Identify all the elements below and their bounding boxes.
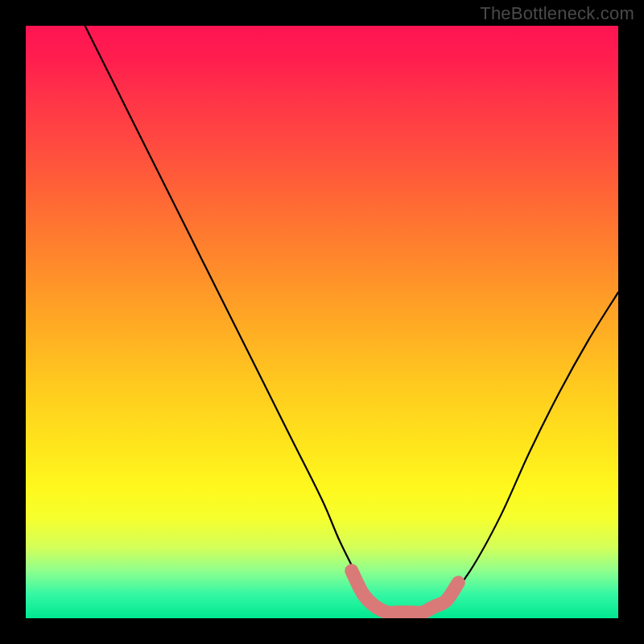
curve-layer xyxy=(26,26,618,618)
watermark-text: TheBottleneck.com xyxy=(480,3,634,24)
chart-frame: TheBottleneck.com xyxy=(0,0,644,644)
plot-area xyxy=(26,26,618,618)
bottleneck-curve xyxy=(85,26,618,618)
optimal-zone-marker xyxy=(352,571,458,613)
